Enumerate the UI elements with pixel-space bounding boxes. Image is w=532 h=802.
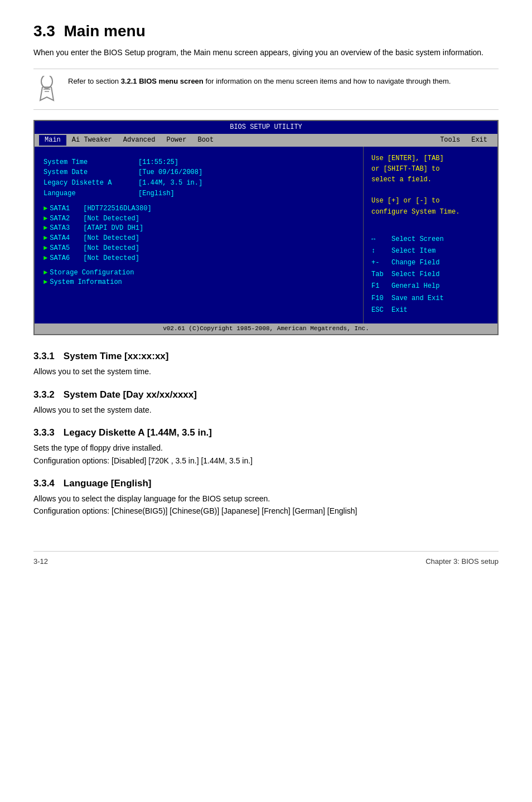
bios-key-save-exit: F10 Save and Exit — [371, 293, 490, 304]
bios-field-language: Language [English] — [43, 189, 354, 199]
subsection-332-body: Allows you to set the system date. — [33, 404, 499, 416]
bios-system-info: ► System Information — [43, 278, 354, 287]
bios-body: System Time [11:55:25] System Date [Tue … — [35, 147, 497, 323]
bios-sata4: ► SATA4 [Not Detected] — [43, 234, 354, 243]
bios-sata1: ► SATA1 [HDT722516DLA380] — [43, 204, 354, 214]
bios-footer: v02.61 (C)Copyright 1985-2008, American … — [35, 323, 497, 334]
subsection-334: 3.3.4 Language [English] Allows you to s… — [33, 478, 499, 518]
bios-menu-tools[interactable]: Tools — [434, 135, 466, 146]
subsection-333-title: Legacy Diskette A [1.44M, 3.5 in.] — [64, 427, 212, 438]
bios-help-bottom: ↔ Select Screen ↕ Select Item +- Change … — [371, 234, 490, 316]
bios-field-system-time: System Time [11:55:25] — [43, 158, 354, 167]
subsection-332: 3.3.2 System Date [Day xx/xx/xxxx] Allow… — [33, 389, 499, 416]
svg-point-0 — [41, 76, 52, 88]
subsection-331: 3.3.1 System Time [xx:xx:xx] Allows you … — [33, 351, 499, 378]
section-title: 3.3 Main menu — [33, 22, 499, 40]
subsection-331-body: Allows you to set the system time. — [33, 365, 499, 378]
intro-paragraph: When you enter the BIOS Setup program, t… — [33, 47, 499, 59]
subsection-331-number: 3.3.1 — [33, 351, 55, 362]
subsection-334-body: Allows you to select the display languag… — [33, 492, 499, 505]
bios-storage-config: ► Storage Configuration — [43, 268, 354, 278]
bios-field-system-date: System Date [Tue 09/16/2008] — [43, 168, 354, 177]
subsection-333: 3.3.3 Legacy Diskette A [1.44M, 3.5 in.]… — [33, 427, 499, 467]
bios-key-select-item: ↕ Select Item — [371, 246, 490, 257]
bios-sata3: ► SATA3 [ATAPI DVD DH1] — [43, 224, 354, 233]
page-footer-left: 3-12 — [33, 557, 48, 566]
bios-right-panel: Use [ENTER], [TAB] or [SHIFT-TAB] to sel… — [364, 147, 497, 323]
bios-key-select-screen: ↔ Select Screen — [371, 234, 490, 245]
bios-left-panel: System Time [11:55:25] System Date [Tue … — [35, 147, 364, 323]
bios-key-general-help: F1 General Help — [371, 281, 490, 292]
subsection-332-title: System Date [Day xx/xx/xxxx] — [64, 389, 197, 400]
page-footer: 3-12 Chapter 3: BIOS setup — [33, 551, 499, 566]
bios-screen: BIOS SETUP UTILITY Main Ai Tweaker Advan… — [33, 120, 499, 335]
bios-help-top: Use [ENTER], [TAB] or [SHIFT-TAB] to sel… — [371, 153, 490, 218]
bios-menu-advanced[interactable]: Advanced — [118, 135, 161, 146]
bios-field-legacy-diskette: Legacy Diskette A [1.44M, 3.5 in.] — [43, 178, 354, 188]
note-text: Refer to section 3.2.1 BIOS menu screen … — [68, 76, 451, 88]
subsection-334-number: 3.3.4 — [33, 478, 55, 489]
bios-sata5: ► SATA5 [Not Detected] — [43, 244, 354, 253]
note-bold-text: 3.2.1 BIOS menu screen — [121, 77, 204, 85]
bios-menu-main[interactable]: Main — [39, 135, 66, 146]
bios-sata2: ► SATA2 [Not Detected] — [43, 214, 354, 224]
bios-menu-power[interactable]: Power — [161, 135, 192, 146]
subsection-333-body2: Configuration options: [Disabled] [720K … — [33, 455, 499, 467]
subsection-332-number: 3.3.2 — [33, 389, 55, 400]
subsection-333-number: 3.3.3 — [33, 427, 55, 438]
bios-menu-exit[interactable]: Exit — [466, 135, 493, 146]
subsection-333-body: Sets the type of floppy drive installed. — [33, 442, 499, 454]
note-box: Refer to section 3.2.1 BIOS menu screen … — [33, 69, 499, 110]
bios-title-bar: BIOS SETUP UTILITY — [35, 121, 497, 134]
bios-sata6: ► SATA6 [Not Detected] — [43, 254, 354, 263]
subsection-334-title: Language [English] — [64, 478, 152, 489]
subsection-331-title: System Time [xx:xx:xx] — [64, 351, 169, 362]
bios-key-select-field: Tab Select Field — [371, 269, 490, 280]
page-footer-right: Chapter 3: BIOS setup — [425, 557, 499, 566]
bios-menu-bar: Main Ai Tweaker Advanced Power Boot Tool… — [35, 134, 497, 147]
note-icon — [33, 76, 60, 103]
bios-menu-boot[interactable]: Boot — [192, 135, 219, 146]
subsection-334-body2: Configuration options: [Chinese(BIG5)] [… — [33, 505, 499, 517]
bios-menu-ai-tweaker[interactable]: Ai Tweaker — [66, 135, 118, 146]
bios-key-esc: ESC Exit — [371, 305, 490, 316]
bios-key-change-field: +- Change Field — [371, 258, 490, 268]
